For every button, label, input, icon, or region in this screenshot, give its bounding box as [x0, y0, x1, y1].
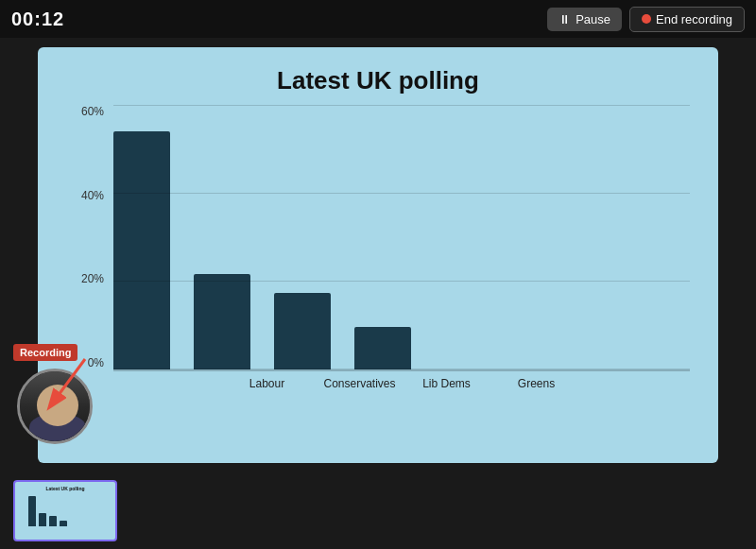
x-label-greens: Greens: [504, 377, 570, 390]
end-recording-button[interactable]: End recording: [629, 7, 745, 32]
bar-lib-dems: [274, 293, 331, 369]
x-labels: Labour Conservatives Lib Dems Greens: [66, 377, 690, 390]
thumb-bar-conservatives: [39, 513, 46, 526]
recording-dot-icon: [642, 14, 651, 24]
slide-title: Latest UK polling: [277, 66, 479, 95]
y-axis-labels: 0% 20% 40% 60%: [66, 105, 104, 369]
x-label-conservatives: Conservatives: [324, 377, 390, 390]
thumb-bar-libdems: [49, 516, 57, 526]
thumb-title: Latest UK polling: [21, 486, 110, 491]
y-label-60: 60%: [66, 105, 104, 118]
bottom-area: Latest UK polling: [0, 472, 756, 549]
bar-conservatives: [194, 274, 250, 369]
controls-group: ⏸ Pause End recording: [547, 7, 745, 32]
x-axis: [113, 369, 690, 371]
chart-container: 0% 20% 40% 60%: [66, 105, 690, 454]
bar-item-greens: [354, 327, 411, 369]
webcam-face: [20, 371, 90, 441]
pause-button[interactable]: ⏸ Pause: [547, 8, 622, 31]
thumb-inner: Latest UK polling: [15, 482, 115, 540]
bar-greens: [354, 327, 411, 369]
y-label-20: 20%: [66, 272, 104, 285]
x-label-labour: Labour: [234, 377, 301, 390]
y-label-40: 40%: [66, 189, 104, 202]
top-bar: 00:12 ⏸ Pause End recording: [0, 0, 756, 38]
thumb-bar-greens: [60, 521, 67, 526]
pause-icon: ⏸: [558, 12, 571, 26]
x-label-lib-dems: Lib Dems: [414, 377, 480, 390]
bar-item-conservatives: [194, 274, 250, 369]
bar-item-lib-dems: [274, 293, 331, 369]
main-area: Latest UK polling 0% 20% 40% 60%: [0, 38, 756, 472]
timer-display: 00:12: [11, 9, 64, 30]
slide-thumbnail[interactable]: Latest UK polling: [13, 480, 117, 541]
face-head: [37, 385, 78, 426]
recording-badge: Recording: [13, 344, 77, 361]
bar-labour: [113, 131, 170, 369]
bars-group: [113, 105, 690, 369]
thumb-chart: [21, 493, 110, 526]
bar-item-labour: [113, 131, 170, 369]
chart-inner: 0% 20% 40% 60%: [66, 105, 690, 369]
thumb-bar-labour: [28, 496, 36, 526]
slide: Latest UK polling 0% 20% 40% 60%: [38, 47, 718, 463]
webcam-container: [17, 369, 93, 444]
